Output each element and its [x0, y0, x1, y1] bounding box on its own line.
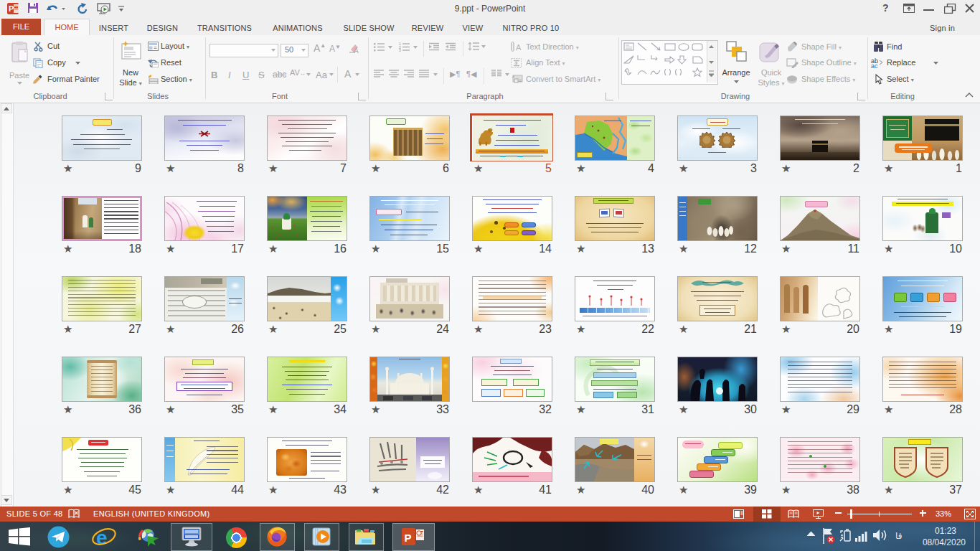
- svg-text:A: A: [516, 43, 522, 52]
- svg-text:A: A: [354, 47, 359, 54]
- svg-text:ac: ac: [871, 62, 878, 68]
- svg-text:P: P: [405, 532, 412, 544]
- svg-text:3: 3: [399, 48, 401, 52]
